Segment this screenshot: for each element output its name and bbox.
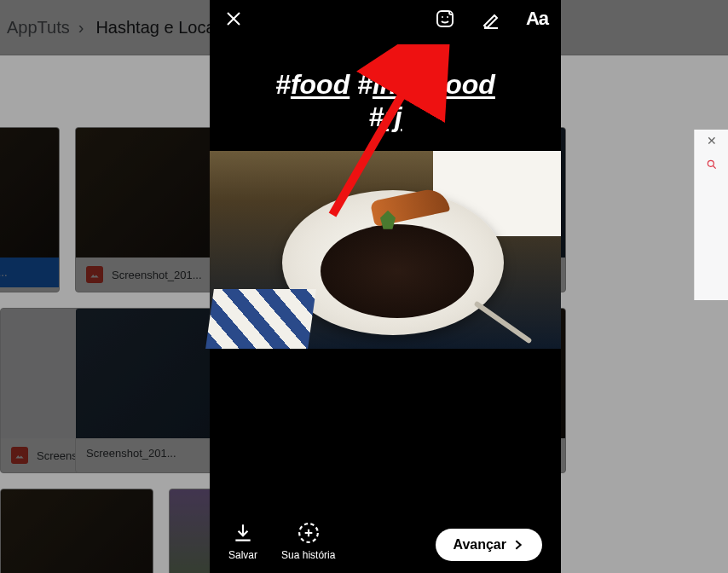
editor-toolbar: Aa xyxy=(210,0,561,38)
svg-point-3 xyxy=(447,16,448,18)
photo-tablecloth xyxy=(205,289,316,349)
save-label: Salvar xyxy=(228,549,257,561)
save-button[interactable]: Salvar xyxy=(228,522,257,561)
your-story-label: Sua história xyxy=(281,549,335,561)
next-button[interactable]: Avançar xyxy=(436,529,542,561)
download-icon xyxy=(232,522,254,544)
editor-bottom-bar: Salvar Sua história Avançar xyxy=(210,522,561,561)
add-story-icon xyxy=(298,522,320,544)
chevron-right-icon xyxy=(511,538,525,552)
next-label: Avançar xyxy=(453,537,506,553)
photo-food xyxy=(321,224,474,318)
close-button[interactable] xyxy=(222,7,246,31)
svg-point-0 xyxy=(708,160,714,166)
story-photo[interactable] xyxy=(210,151,561,349)
svg-point-2 xyxy=(442,16,443,18)
draw-icon[interactable] xyxy=(479,7,503,31)
search-icon[interactable] xyxy=(695,152,728,177)
text-tool-label: Aa xyxy=(526,8,548,30)
sticker-icon[interactable] xyxy=(433,7,457,31)
side-panel: ✕ xyxy=(694,130,728,300)
story-editor: Aa #food #instafood#rj Salvar Sua histór… xyxy=(210,0,561,573)
your-story-button[interactable]: Sua história xyxy=(281,522,335,561)
photo-fork xyxy=(474,300,533,344)
close-icon[interactable]: ✕ xyxy=(695,130,728,152)
text-tool-button[interactable]: Aa xyxy=(525,7,549,31)
hashtag-text[interactable]: #food #instafood#rj xyxy=(210,38,561,142)
